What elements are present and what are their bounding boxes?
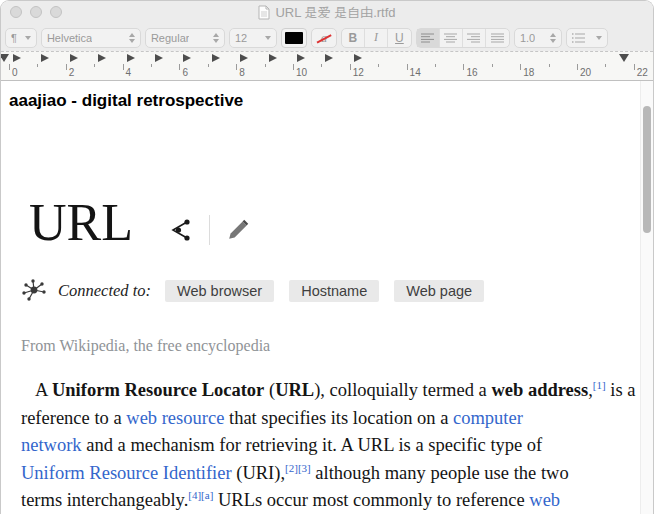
text-segment: Uniform Resource Locator [52, 380, 264, 400]
vertical-divider [209, 215, 210, 245]
title-bar[interactable]: URL 是爱 是自由.rtfd [1, 1, 653, 24]
stepper-icon [550, 33, 556, 43]
scrollbar-thumb[interactable] [643, 106, 651, 233]
tab-stop-marker[interactable] [155, 54, 163, 62]
italic-button[interactable]: I [365, 29, 388, 47]
tab-stop-marker[interactable] [354, 54, 362, 62]
paragraph-line: A Uniform Resource Locator (URL), colloq… [21, 377, 653, 405]
tab-stop-row [1, 54, 653, 64]
window-title: URL 是爱 是自由.rtfd [1, 1, 653, 24]
ruler-scale: 0246810121416182022 [1, 64, 653, 81]
wiki-link[interactable]: Uniform Resource Identifier [21, 463, 232, 483]
ruler-tick [208, 64, 209, 67]
ruler-number: 18 [523, 67, 534, 78]
connected-tags: Web browserHostnameWeb page [165, 280, 484, 302]
tab-stop-marker[interactable] [183, 54, 191, 62]
ruler-number: 22 [637, 67, 648, 78]
align-center-button[interactable] [440, 29, 463, 47]
text-color-well[interactable] [281, 28, 307, 48]
document-content[interactable]: aaajiao - digital retrospective URL [1, 81, 653, 514]
biu-group: B I U [341, 28, 412, 48]
text-segment: ( [264, 380, 275, 400]
left-margin-marker[interactable] [0, 54, 9, 62]
reference-link[interactable]: [1] [593, 379, 606, 391]
paragraph-styles-button[interactable]: ¶ [5, 28, 37, 48]
ruler-tick [9, 64, 10, 70]
list-style-select[interactable] [566, 28, 608, 48]
font-family-select[interactable]: Helvetica [41, 28, 141, 48]
text-segment: A [35, 380, 52, 400]
connected-tag: Hostname [289, 280, 379, 302]
ruler-tick [151, 64, 152, 67]
font-style-select[interactable]: Regular [145, 28, 225, 48]
window-title-text: URL 是爱 是自由.rtfd [275, 4, 395, 22]
ruler-tick [179, 64, 180, 70]
ruler-tick [463, 64, 464, 70]
text-segment: and a mechanism for retrieving it. A URL… [82, 435, 543, 455]
stepper-icon [129, 33, 135, 43]
close-button[interactable] [10, 6, 22, 18]
align-center-icon [444, 33, 457, 43]
ruler[interactable]: 0246810121416182022 [1, 51, 653, 81]
text-segment: ), colloquially termed a [314, 380, 491, 400]
ruler-tick [634, 64, 635, 70]
ruler-tick [236, 64, 237, 70]
paragraph-line: network and a mechanism for retrieving i… [21, 432, 653, 460]
font-size-select[interactable]: 12 [229, 28, 277, 48]
share-graph-icon[interactable] [165, 216, 193, 244]
connected-label: Connected to: [58, 281, 151, 301]
ruler-tick [549, 64, 550, 67]
tab-stop-marker[interactable] [70, 54, 78, 62]
ruler-number: 14 [410, 67, 421, 78]
chevron-down-icon [25, 36, 31, 40]
minimize-button[interactable] [30, 6, 42, 18]
align-right-button[interactable] [463, 29, 486, 47]
wiki-link[interactable]: network [21, 435, 82, 455]
zoom-button[interactable] [50, 6, 62, 18]
text-segment: reference to a [21, 408, 126, 428]
reference-link[interactable]: [2][3] [285, 461, 311, 473]
tab-stop-marker[interactable] [13, 54, 21, 62]
document-icon [258, 5, 270, 20]
wiki-link[interactable]: web resource [126, 408, 224, 428]
article-title-row: URL [21, 193, 653, 253]
ruler-tick [435, 64, 436, 67]
tab-stop-marker[interactable] [297, 54, 305, 62]
ruler-tick [520, 64, 521, 70]
text-segment: URL [275, 380, 314, 400]
align-left-button[interactable] [417, 29, 440, 47]
list-bullets-icon [572, 33, 585, 43]
wiki-link[interactable]: computer [453, 408, 523, 428]
ruler-number: 20 [580, 67, 591, 78]
right-margin-marker[interactable] [619, 54, 629, 62]
paragraph-line: reference to a web resource that specifi… [21, 405, 653, 433]
article-paragraph: A Uniform Resource Locator (URL), colloq… [21, 377, 653, 514]
wiki-link[interactable]: web [529, 490, 560, 510]
ruler-tick [293, 64, 294, 70]
reference-link[interactable]: [4][a] [188, 489, 213, 501]
ruler-tick [123, 64, 124, 70]
color-swatch-icon [285, 32, 303, 44]
highlight-color-button[interactable]: a [311, 28, 337, 48]
ruler-number: 16 [466, 67, 477, 78]
ruler-tick [66, 64, 67, 70]
tab-stop-marker[interactable] [212, 54, 220, 62]
tab-stop-marker[interactable] [325, 54, 333, 62]
bold-button[interactable]: B [342, 29, 365, 47]
ruler-tick [605, 64, 606, 67]
align-justify-button[interactable] [486, 29, 509, 47]
tab-stop-marker[interactable] [240, 54, 248, 62]
text-segment: web address [491, 380, 588, 400]
tab-stop-marker[interactable] [127, 54, 135, 62]
line-spacing-select[interactable]: 1.0 [514, 28, 562, 48]
pasted-wikipedia-article: URL [21, 193, 653, 514]
tab-stop-marker[interactable] [98, 54, 106, 62]
underline-button[interactable]: U [388, 29, 411, 47]
tab-stop-marker[interactable] [41, 54, 49, 62]
text-segment: (URI), [232, 463, 285, 483]
vertical-scrollbar[interactable] [640, 81, 653, 514]
article-subtitle: From Wikipedia, the free encyclopedia [21, 337, 653, 355]
align-left-icon [421, 33, 434, 43]
pencil-edit-icon[interactable] [226, 218, 250, 242]
tab-stop-marker[interactable] [269, 54, 277, 62]
